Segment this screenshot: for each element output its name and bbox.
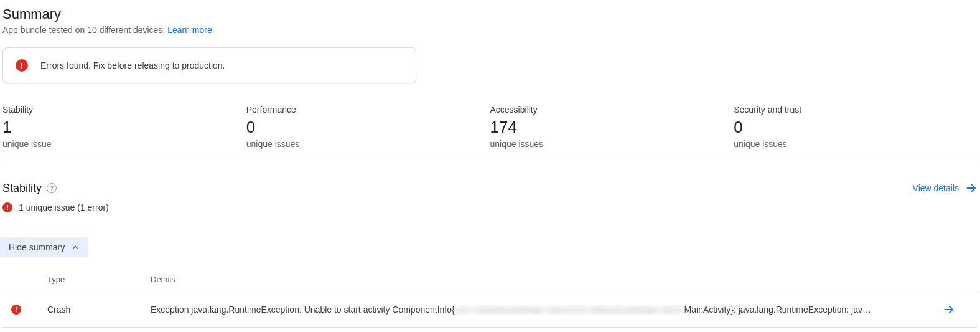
metric-label: Security and trust: [734, 105, 978, 115]
metric-value: 1: [2, 118, 246, 136]
metric-value: 174: [490, 118, 734, 136]
arrow-right-icon: [965, 182, 978, 194]
error-icon: !: [2, 202, 12, 212]
issues-table: Type Details ! Crash Exception java.lang…: [2, 268, 978, 328]
alert-message: Errors found. Fix before releasing to pr…: [40, 60, 225, 70]
page-subtitle: App bundle tested on 10 different device…: [2, 25, 978, 35]
col-arrow-header: [943, 268, 978, 292]
subtitle-text: App bundle tested on 10 different device…: [2, 25, 167, 35]
alert-card: ! Errors found. Fix before releasing to …: [2, 47, 416, 83]
metric-sub: unique issues: [734, 139, 978, 149]
stability-section-header: Stability ? View details: [2, 182, 978, 195]
metric-label: Performance: [246, 105, 490, 115]
metric-security[interactable]: Security and trust 0 unique issues: [734, 105, 978, 149]
issue-type: Crash: [47, 292, 151, 327]
metric-sub: unique issues: [246, 139, 490, 149]
learn-more-link[interactable]: Learn more: [167, 25, 212, 35]
hide-summary-label: Hide summary: [9, 242, 65, 252]
metric-label: Stability: [2, 105, 246, 115]
metric-value: 0: [246, 118, 490, 136]
metric-sub: unique issue: [2, 139, 246, 149]
metrics-row: Stability 1 unique issue Performance 0 u…: [2, 105, 978, 149]
hide-summary-button[interactable]: Hide summary: [0, 237, 88, 257]
help-icon[interactable]: ?: [47, 183, 57, 193]
view-details-label: View details: [913, 183, 959, 193]
arrow-right-icon[interactable]: [943, 303, 955, 316]
details-redacted: com.redacted.package.name/com.redacted.p…: [455, 305, 684, 315]
details-post: MainActivity}: java.lang.RuntimeExceptio…: [684, 305, 871, 315]
metric-accessibility[interactable]: Accessibility 174 unique issues: [490, 105, 734, 149]
stability-issue-summary: ! 1 unique issue (1 error): [2, 202, 978, 212]
metric-value: 0: [734, 118, 978, 136]
col-icon-header: [2, 268, 47, 292]
table-row[interactable]: ! Crash Exception java.lang.RuntimeExcep…: [2, 292, 978, 327]
issue-details: Exception java.lang.RuntimeException: Un…: [151, 292, 943, 327]
metric-label: Accessibility: [490, 105, 734, 115]
view-details-link[interactable]: View details: [913, 182, 978, 194]
metric-performance[interactable]: Performance 0 unique issues: [246, 105, 490, 149]
divider: [2, 164, 978, 164]
issue-summary-text: 1 unique issue (1 error): [19, 202, 109, 212]
col-type-header: Type: [47, 268, 151, 292]
error-icon: !: [16, 59, 28, 72]
col-details-header: Details: [151, 268, 943, 292]
metric-sub: unique issues: [490, 139, 734, 149]
stability-title: Stability: [2, 182, 42, 195]
error-icon: !: [11, 305, 21, 315]
metric-stability[interactable]: Stability 1 unique issue: [2, 105, 246, 149]
chevron-up-icon: [71, 243, 80, 252]
page-title: Summary: [2, 6, 978, 22]
details-pre: Exception java.lang.RuntimeException: Un…: [151, 305, 455, 315]
